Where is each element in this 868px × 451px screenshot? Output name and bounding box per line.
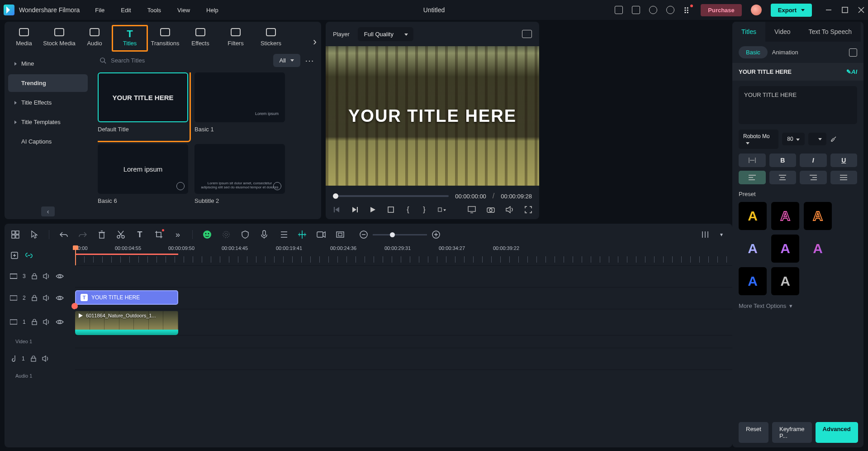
bold-button[interactable]: B bbox=[769, 154, 797, 167]
user-avatar[interactable] bbox=[751, 5, 762, 15]
tool-tab-titles[interactable]: TTitles bbox=[112, 25, 147, 51]
tool-tab-media[interactable]: Media bbox=[6, 25, 42, 51]
category-trending[interactable]: Trending bbox=[8, 74, 88, 92]
track-lane-2[interactable]: T YOUR TITLE HERE bbox=[75, 287, 732, 309]
tool-tab-filters[interactable]: Filters bbox=[218, 25, 253, 51]
inspector-tab-tts[interactable]: Text To Speech bbox=[800, 22, 861, 42]
undo-icon[interactable] bbox=[59, 230, 68, 239]
tabs-more-icon[interactable]: › bbox=[313, 35, 317, 48]
redo-icon[interactable] bbox=[78, 230, 87, 239]
audio-track-icon[interactable] bbox=[10, 355, 16, 362]
category-mine[interactable]: Mine bbox=[8, 55, 88, 72]
apps-icon[interactable]: ⠿ bbox=[683, 6, 692, 14]
snapshot-compare-icon[interactable] bbox=[522, 30, 532, 38]
title-thumbnail[interactable]: YOUR TITLE HEREDefault Title bbox=[98, 72, 190, 141]
cursor-icon[interactable] bbox=[30, 230, 39, 239]
category-title-templates[interactable]: Title Templates bbox=[8, 113, 88, 131]
track-visibility-icon[interactable] bbox=[56, 295, 64, 301]
clip-trim-handle[interactable] bbox=[71, 303, 78, 309]
menu-help[interactable]: Help bbox=[206, 7, 218, 14]
audio-track-lane[interactable] bbox=[75, 348, 732, 369]
quality-dropdown[interactable]: Full Quality bbox=[358, 27, 413, 41]
font-size-dropdown[interactable]: 80 bbox=[782, 133, 805, 145]
track-visibility-icon[interactable] bbox=[56, 319, 64, 325]
close-button[interactable] bbox=[858, 7, 864, 13]
preset-swatch[interactable]: A bbox=[771, 267, 799, 295]
zoom-in-icon[interactable] bbox=[432, 230, 441, 239]
save-icon[interactable] bbox=[632, 6, 640, 14]
reset-button[interactable]: Reset bbox=[739, 422, 768, 443]
volume-icon[interactable] bbox=[506, 206, 514, 214]
step-back-icon[interactable] bbox=[351, 206, 358, 214]
title-thumbnail[interactable]: Lorem ipsumBasic 6 bbox=[98, 144, 188, 211]
track-options-icon[interactable] bbox=[701, 230, 710, 239]
text-icon[interactable]: T bbox=[135, 230, 144, 239]
search-input[interactable]: Search Titles bbox=[98, 54, 269, 67]
download-icon[interactable] bbox=[273, 182, 281, 190]
track-mute-icon[interactable] bbox=[42, 355, 49, 362]
zoom-slider[interactable] bbox=[373, 234, 427, 235]
mic-icon[interactable] bbox=[260, 230, 269, 239]
preview-canvas[interactable]: YOUR TITLE HERE bbox=[326, 46, 539, 186]
filter-dropdown[interactable]: All bbox=[273, 54, 300, 67]
delete-icon[interactable] bbox=[97, 230, 106, 239]
font-dropdown[interactable]: Roboto Mono bbox=[739, 130, 778, 149]
inspector-tab-video[interactable]: Video bbox=[765, 22, 800, 42]
track-mute-icon[interactable] bbox=[43, 295, 50, 301]
track-icon[interactable] bbox=[10, 319, 17, 325]
preset-swatch[interactable]: A bbox=[771, 202, 799, 230]
tool-tab-stock-media[interactable]: Stock Media bbox=[42, 25, 77, 51]
track-icon[interactable] bbox=[10, 295, 17, 301]
playhead[interactable] bbox=[75, 245, 76, 265]
keyframe-button[interactable]: Keyframe P... bbox=[772, 422, 812, 443]
preset-swatch[interactable]: A bbox=[771, 235, 799, 263]
display-icon[interactable] bbox=[468, 206, 476, 214]
align-left-button[interactable] bbox=[739, 171, 766, 184]
menu-tools[interactable]: Tools bbox=[147, 7, 161, 14]
zoom-out-icon[interactable] bbox=[359, 230, 368, 239]
track-options-more-icon[interactable]: ▾ bbox=[717, 230, 726, 239]
title-thumbnail[interactable]: Lorem ipsum sit dolor amet, consectetur … bbox=[194, 144, 285, 211]
underline-button[interactable]: U bbox=[830, 154, 858, 167]
timeline-ruler[interactable]: 00:0000:00:04:5500:00:09:5000:00:14:4500… bbox=[75, 245, 732, 265]
mark-out-icon[interactable]: } bbox=[422, 206, 427, 214]
menu-view[interactable]: View bbox=[177, 7, 190, 14]
track-lock-icon[interactable] bbox=[30, 355, 37, 362]
track-visibility-icon[interactable] bbox=[56, 273, 64, 279]
add-track-icon[interactable] bbox=[10, 251, 19, 260]
cut-icon[interactable] bbox=[116, 230, 125, 239]
prev-frame-icon[interactable] bbox=[333, 206, 340, 214]
aspect-icon[interactable] bbox=[336, 230, 345, 239]
panel-settings-icon[interactable] bbox=[849, 48, 857, 57]
play-icon[interactable] bbox=[369, 206, 376, 214]
align-right-button[interactable] bbox=[800, 171, 827, 184]
video-clip-audio[interactable] bbox=[75, 330, 178, 335]
track-lane-1[interactable]: 6011864_Nature_Outdoors_1... bbox=[75, 309, 732, 335]
sparkle-icon[interactable] bbox=[222, 230, 231, 239]
camera-icon[interactable] bbox=[487, 206, 495, 214]
track-lane-3[interactable] bbox=[75, 265, 732, 287]
eyedropper-icon[interactable] bbox=[830, 135, 837, 143]
crop-icon[interactable] bbox=[154, 230, 163, 239]
preset-swatch[interactable]: A bbox=[804, 235, 832, 263]
tool-tab-audio[interactable]: Audio bbox=[77, 25, 112, 51]
italic-button[interactable]: I bbox=[800, 154, 827, 167]
headphones-icon[interactable] bbox=[666, 6, 674, 14]
title-thumbnail[interactable]: Lorem ipsumBasic 1 bbox=[194, 72, 285, 139]
title-clip[interactable]: T YOUR TITLE HERE bbox=[75, 290, 178, 305]
track-lock-icon[interactable] bbox=[31, 273, 38, 279]
subtab-animation[interactable]: Animation bbox=[772, 49, 798, 56]
export-button[interactable]: Export bbox=[771, 4, 812, 17]
text-spacing-button[interactable] bbox=[739, 154, 766, 167]
tool-tab-transitions[interactable]: Transitions bbox=[147, 25, 183, 51]
track-lock-icon[interactable] bbox=[31, 319, 38, 325]
preset-swatch[interactable]: A bbox=[739, 235, 767, 263]
category-ai-captions[interactable]: AI Captions bbox=[8, 133, 88, 150]
shield-icon[interactable] bbox=[241, 230, 250, 239]
preset-swatch[interactable]: A bbox=[739, 202, 767, 230]
fullscreen-icon[interactable] bbox=[525, 206, 532, 214]
align-center-button[interactable] bbox=[769, 171, 797, 184]
advanced-button[interactable]: Advanced bbox=[816, 422, 858, 443]
inspector-tab-titles[interactable]: Titles bbox=[732, 22, 765, 42]
title-text-input[interactable]: YOUR TITLE HERE bbox=[739, 86, 857, 124]
